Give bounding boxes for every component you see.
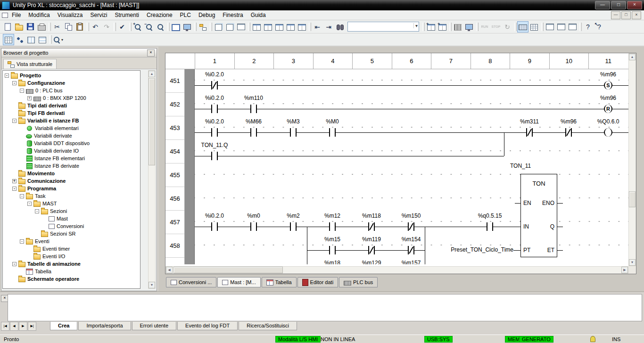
contact-i0-2-0[interactable]	[211, 105, 218, 113]
columns-display-button[interactable]	[25, 34, 37, 45]
menu-creazione[interactable]: Creazione	[143, 11, 176, 19]
copy-button[interactable]	[63, 21, 74, 33]
tree-item-tabella[interactable]: Tabella	[3, 268, 140, 275]
tree-item-mast[interactable]: -MAST	[3, 200, 140, 207]
contact-m15[interactable]	[329, 246, 336, 254]
previous-tab-button[interactable]: ◀	[10, 322, 18, 331]
mdi-document-icon[interactable]	[2, 13, 8, 18]
keyboard-mode-button[interactable]	[517, 21, 528, 33]
scroll-up-button[interactable]: ▲	[149, 71, 155, 77]
document-tab-tabella[interactable]: Tabella	[262, 277, 297, 287]
tree-collapse-box[interactable]: -	[12, 81, 17, 85]
output-tab-evento-del-log-fdt[interactable]: Evento del log FDT	[177, 322, 238, 330]
tree-item-programma[interactable]: -Programma	[3, 185, 140, 192]
window-tile-vertical-button[interactable]	[567, 21, 578, 33]
mdi-minimize-button[interactable]: —	[611, 11, 620, 19]
output-tab-crea[interactable]: Crea	[50, 322, 77, 330]
ladder-editor-grid-button[interactable]	[3, 34, 14, 45]
tree-item-tabelle-di-animazione[interactable]: -Tabelle di animazione	[3, 260, 140, 268]
rung-number-458[interactable]: 458	[165, 234, 184, 258]
contact-m96-nc[interactable]	[565, 128, 572, 137]
zoom-100-button[interactable]	[155, 21, 166, 33]
fb-block-ton-11[interactable]: TONENENOINQPTET	[520, 174, 557, 257]
tree-item-variabili-elementari[interactable]: Variabili elementari	[3, 124, 140, 132]
contact-i0-2-0-nc[interactable]	[211, 81, 218, 90]
cut-button[interactable]: ✂	[51, 21, 63, 33]
menu-visualizza[interactable]: Visualizza	[54, 11, 87, 19]
help-button[interactable]: ?	[582, 21, 594, 33]
contact-i0-2-0[interactable]	[211, 222, 218, 231]
io-configuration-button[interactable]	[273, 21, 285, 33]
menu-strumenti[interactable]: Strumenti	[111, 11, 143, 19]
menu-guida[interactable]: Guida	[247, 11, 270, 19]
scroll-thumb[interactable]	[629, 191, 636, 207]
contact-m311-nc[interactable]	[526, 128, 533, 137]
insert-variable-col-button[interactable]: +	[437, 21, 448, 33]
contact-m119-nc[interactable]	[368, 246, 375, 254]
contact-m0[interactable]	[329, 128, 336, 137]
menu-servizi[interactable]: Servizi	[87, 11, 111, 19]
rung-number-454[interactable]: 454	[165, 140, 184, 163]
full-screen-button[interactable]	[170, 21, 182, 33]
contact-m110[interactable]	[250, 105, 257, 113]
print-button[interactable]	[36, 21, 47, 33]
minimize-button[interactable]: —	[595, 1, 610, 9]
documentation-button[interactable]	[235, 21, 247, 33]
pc-screen-button[interactable]	[463, 21, 475, 33]
menu-mod-fica[interactable]: Modìfica	[25, 11, 53, 19]
tree-collapse-box[interactable]: -	[12, 262, 17, 266]
contact-m118-nc[interactable]	[368, 222, 375, 231]
maximize-button[interactable]: □	[611, 1, 626, 9]
paste-button[interactable]	[74, 21, 85, 33]
window-cascade-button[interactable]	[544, 21, 555, 33]
scroll-right-button[interactable]: ▶	[621, 267, 628, 273]
tree-item-tipi-fb-derivati[interactable]: Tipi FB derivati	[3, 109, 140, 117]
data-editor-button[interactable]	[251, 21, 262, 33]
scroll-down-button[interactable]: ▼	[149, 282, 155, 288]
menu-plc[interactable]: PLC	[176, 11, 195, 19]
contact-m154-nc[interactable]	[408, 246, 414, 254]
contact-m0[interactable]	[250, 222, 257, 231]
document-tab-editor-dati[interactable]: Editor dati	[297, 277, 339, 287]
coil-m96-r[interactable]: R	[604, 105, 612, 113]
tree-item-eventi-timer[interactable]: Eventi timer	[3, 245, 140, 253]
last-tab-button[interactable]: ▶|	[28, 322, 36, 331]
tree-item-0-bmx-xbp-1200[interactable]: +0 : BMX XBP 1200	[3, 94, 140, 102]
save-button[interactable]	[25, 21, 36, 33]
operator-screen-button[interactable]	[182, 21, 193, 33]
scroll-thumb[interactable]	[149, 78, 155, 165]
document-tab-plc-bus[interactable]: PLC bus	[339, 277, 378, 287]
tree-item-progetto[interactable]: -Progetto	[3, 72, 140, 79]
tree-item-0-plc-bus[interactable]: -0 : PLC bus	[3, 87, 140, 94]
search-combo[interactable]	[347, 22, 419, 32]
tree-item-variabili-e-istanze-fb[interactable]: -Variabili e istanze FB	[3, 117, 140, 124]
go-next-button[interactable]: ⇥	[323, 21, 334, 33]
fbd-objects-button[interactable]	[14, 34, 25, 45]
contact-m2[interactable]	[290, 222, 297, 231]
tree-item-sezioni-sr[interactable]: Sezioni SR	[3, 230, 140, 237]
window-tile-horizontal-button[interactable]	[555, 21, 567, 33]
output-tab-importa-esporta[interactable]: Importa/esporta	[78, 322, 131, 330]
tree-item-conversioni[interactable]: Conversioni	[3, 222, 140, 230]
tree-item-variabili-derivate[interactable]: Variabili derivate	[3, 132, 140, 139]
zoom-in-button[interactable]: +	[132, 21, 143, 33]
tree-item-tipi-dati-derivati[interactable]: Tipi dati derivati	[3, 102, 140, 109]
rung-number-451[interactable]: 451	[165, 69, 184, 93]
memory-consumption-button[interactable]	[452, 21, 463, 33]
document-tab-conversioni[interactable]: Conversioni ...	[166, 277, 216, 287]
zoom-tool-button[interactable]: ▾	[52, 34, 64, 45]
rung-number-452[interactable]: 452	[165, 93, 184, 116]
ladder-canvas[interactable]: %i0.2.0S%m96%i0.2.0%m110R%m96%i0.2.0%M66…	[195, 69, 629, 264]
contact-q0-5-15[interactable]	[487, 222, 493, 231]
context-help-button[interactable]: ?↖	[594, 21, 605, 33]
grid-display-button[interactable]	[528, 21, 540, 33]
rung-number-457[interactable]: 457	[165, 211, 184, 234]
alarm-icon[interactable]	[590, 336, 595, 342]
rung-number-455[interactable]: 455	[165, 163, 184, 187]
cross-references-button[interactable]	[296, 21, 307, 33]
tree-collapse-box[interactable]: -	[20, 239, 24, 244]
contact-i0-2-0[interactable]	[211, 128, 218, 137]
tree-item-eventi[interactable]: -Eventi	[3, 237, 140, 245]
scroll-thumb[interactable]	[173, 267, 283, 273]
contact-m3[interactable]	[290, 128, 297, 137]
